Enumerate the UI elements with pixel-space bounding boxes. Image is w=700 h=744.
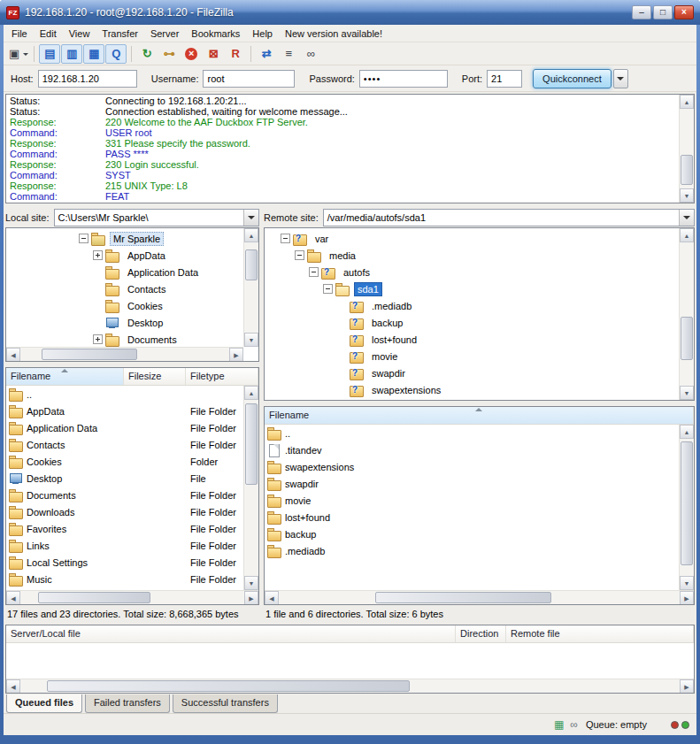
tree-expander-icon[interactable] <box>323 284 333 294</box>
titlebar[interactable]: FZ 192.168.1.20 - root@192.168.1.20 - Fi… <box>0 0 700 25</box>
scroll-thumb[interactable] <box>681 441 693 565</box>
scroll-track[interactable] <box>20 591 244 604</box>
toolbar-separator[interactable] <box>34 46 35 62</box>
site-manager-button[interactable]: ▣ <box>8 44 29 64</box>
tree-expander-icon[interactable] <box>295 250 304 260</box>
cancel-button[interactable]: × <box>181 44 202 64</box>
tree-item[interactable]: .mediadb <box>266 297 676 314</box>
file-row[interactable]: Cookies Folder <box>6 453 243 470</box>
scroll-thumb[interactable] <box>681 155 693 185</box>
menu-item[interactable]: Edit <box>34 27 63 41</box>
file-row[interactable]: Music File Folder <box>6 571 243 587</box>
tree-item[interactable]: dvd <box>266 398 676 401</box>
tree-item[interactable]: Desktop <box>8 314 241 331</box>
directory-comparison-button[interactable]: ≡ <box>278 44 299 64</box>
tree-item[interactable]: autofs <box>266 264 676 280</box>
tree-item[interactable]: swapextensions <box>266 381 676 398</box>
remote-list-hscrollbar[interactable]: ◀ ▶ <box>265 590 694 604</box>
scroll-thumb[interactable] <box>42 349 138 360</box>
tree-expander-icon[interactable] <box>93 250 103 260</box>
column-header[interactable]: Filetype <box>186 368 258 385</box>
scroll-thumb[interactable] <box>38 592 150 603</box>
tree-expander-icon[interactable] <box>337 385 347 395</box>
tree-expander-icon[interactable] <box>79 234 88 243</box>
disconnect-button[interactable]: ⊠ <box>203 44 224 64</box>
refresh-button[interactable]: ↻ <box>136 44 158 64</box>
scroll-track[interactable] <box>20 348 229 361</box>
file-row[interactable]: Links File Folder <box>6 537 243 554</box>
scroll-track[interactable] <box>680 439 694 576</box>
menu-item[interactable]: Server <box>144 27 185 41</box>
username-input[interactable] <box>203 70 295 88</box>
local-list-hscrollbar[interactable]: ◀ ▶ <box>6 590 258 604</box>
scroll-track[interactable] <box>244 242 258 333</box>
menu-item[interactable]: View <box>63 27 96 41</box>
file-row[interactable]: Downloads File Folder <box>6 503 243 520</box>
tree-item[interactable]: AppData <box>8 247 241 264</box>
port-input[interactable] <box>487 70 522 88</box>
chevron-down-icon[interactable] <box>243 210 258 226</box>
local-tree-hscrollbar[interactable]: ◀ ▶ <box>6 347 243 361</box>
grid-icon[interactable]: ▦ <box>554 719 564 730</box>
toggle-message-log-button[interactable]: ▤ <box>39 44 60 64</box>
file-row[interactable]: Favorites File Folder <box>6 520 243 537</box>
column-header[interactable]: Server/Local file <box>6 625 456 642</box>
local-site-combo[interactable]: C:\Users\Mr Sparkle\ <box>54 209 259 226</box>
password-input[interactable] <box>359 70 448 88</box>
scroll-left-icon[interactable]: ◀ <box>6 591 20 605</box>
menu-item[interactable]: Help <box>246 27 279 41</box>
tree-expander-icon[interactable] <box>337 318 347 327</box>
tree-expander-icon[interactable] <box>93 318 103 327</box>
tree-item[interactable]: lost+found <box>266 331 676 348</box>
scroll-thumb[interactable] <box>681 317 693 360</box>
tree-item[interactable]: Contacts <box>8 280 241 297</box>
reconnect-button[interactable]: R <box>225 44 246 64</box>
tree-item[interactable]: Application Data <box>8 264 241 280</box>
binoculars-icon[interactable]: ∞ <box>570 719 578 730</box>
quickconnect-button[interactable]: Quickconnect <box>533 69 612 88</box>
scroll-left-icon[interactable]: ◀ <box>265 591 279 605</box>
scroll-right-icon[interactable]: ▶ <box>680 679 694 694</box>
scroll-track[interactable] <box>279 591 680 604</box>
column-header[interactable]: Filename <box>265 407 694 424</box>
local-list-vscrollbar[interactable]: ▲ ▼ <box>243 386 258 590</box>
remote-site-combo[interactable]: /var/media/autofs/sda1 <box>323 209 695 226</box>
local-tree-vscrollbar[interactable]: ▲ ▼ <box>243 228 258 347</box>
file-row[interactable]: Application Data File Folder <box>6 419 243 436</box>
scroll-down-icon[interactable]: ▼ <box>244 576 258 590</box>
file-row[interactable]: Desktop File <box>6 470 243 487</box>
file-row[interactable]: .. <box>265 425 679 441</box>
toolbar-separator[interactable] <box>250 46 251 62</box>
tree-item[interactable]: sda1 <box>266 280 676 297</box>
tree-item[interactable]: movie <box>266 348 676 364</box>
file-row[interactable]: Local Settings File Folder <box>6 554 243 571</box>
column-header[interactable]: Remote file <box>506 625 694 642</box>
scroll-left-icon[interactable]: ◀ <box>6 679 20 694</box>
scroll-up-icon[interactable]: ▲ <box>680 425 694 439</box>
menu-item[interactable]: File <box>5 27 34 41</box>
file-row[interactable]: swapextensions <box>265 458 679 475</box>
toggle-local-tree-button[interactable]: ▥ <box>61 44 82 64</box>
queue-hscrollbar[interactable]: ◀ ▶ <box>6 679 694 693</box>
file-row[interactable]: movie <box>265 492 679 509</box>
tree-item[interactable]: Documents <box>8 331 241 348</box>
filter-button[interactable]: Q <box>105 44 127 64</box>
scroll-up-icon[interactable]: ▲ <box>680 95 694 109</box>
tree-expander-icon[interactable] <box>337 301 347 311</box>
scroll-down-icon[interactable]: ▼ <box>244 333 258 347</box>
file-row[interactable]: Contacts File Folder <box>6 436 243 453</box>
scroll-track[interactable] <box>680 242 694 386</box>
scroll-up-icon[interactable]: ▲ <box>244 228 258 242</box>
quickconnect-dropdown-button[interactable] <box>613 69 628 88</box>
scroll-thumb[interactable] <box>245 249 258 280</box>
maximize-button[interactable]: □ <box>653 5 673 19</box>
file-row[interactable]: lost+found <box>265 509 679 525</box>
queue-tab[interactable]: Queued files <box>6 694 82 713</box>
tree-expander-icon[interactable] <box>93 334 103 344</box>
toolbar-separator[interactable] <box>131 46 132 62</box>
close-button[interactable]: × <box>674 5 694 19</box>
tree-item[interactable]: var <box>266 230 676 247</box>
column-header[interactable]: Filename <box>6 368 124 385</box>
scroll-thumb[interactable] <box>375 592 551 603</box>
tree-expander-icon[interactable] <box>93 301 103 311</box>
